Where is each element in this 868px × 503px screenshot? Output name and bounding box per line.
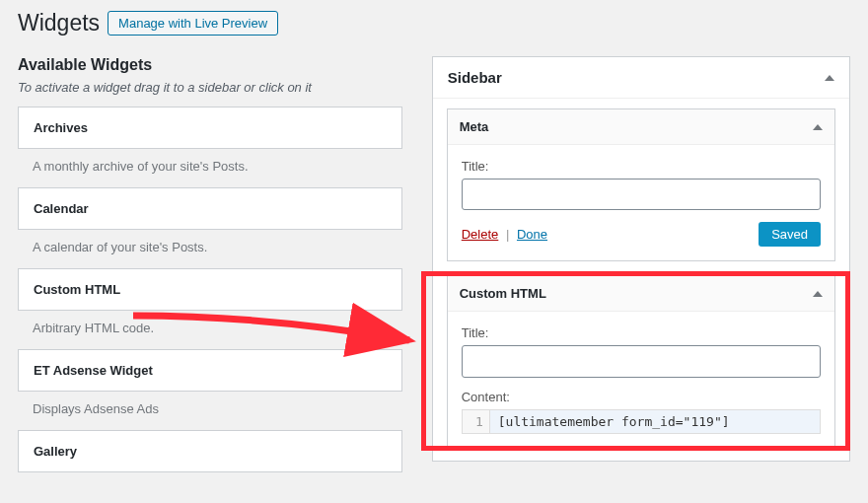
meta-delete-link[interactable]: Delete (462, 227, 499, 242)
available-widget-desc: Displays Adsense Ads (18, 392, 402, 430)
sidebar-area: Sidebar Meta Title: Delete | Done (432, 56, 850, 462)
available-widget-calendar[interactable]: Calendar (18, 187, 402, 230)
available-widget-gallery[interactable]: Gallery (18, 430, 402, 472)
widget-custom-html: Custom HTML Title: Content: 1 [ultimatem… (447, 275, 835, 446)
available-widgets-help: To activate a widget drag it to a sideba… (18, 80, 402, 95)
widget-meta: Meta Title: Delete | Done Saved (447, 108, 835, 261)
available-widgets-heading: Available Widgets (18, 56, 402, 74)
widget-custom-html-header[interactable]: Custom HTML (448, 276, 834, 312)
custom-html-title-label: Title: (462, 325, 821, 340)
collapse-icon (825, 75, 834, 81)
available-widget-desc: Arbitrary HTML code. (18, 311, 402, 349)
sidebar-area-header[interactable]: Sidebar (433, 57, 849, 99)
code-content[interactable]: [ultimatemember form_id="119"] (490, 410, 820, 433)
available-widget-desc: A monthly archive of your site's Posts. (18, 149, 402, 187)
collapse-icon (813, 124, 823, 130)
meta-done-link[interactable]: Done (517, 227, 547, 242)
custom-html-title-input[interactable] (462, 345, 821, 377)
available-widget-et-adsense[interactable]: ET Adsense Widget (18, 349, 402, 392)
separator: | (506, 227, 509, 242)
available-widget-desc: A calendar of your site's Posts. (18, 230, 402, 268)
manage-live-preview-button[interactable]: Manage with Live Preview (108, 11, 278, 36)
meta-title-input[interactable] (462, 179, 821, 210)
available-widget-custom-html[interactable]: Custom HTML (18, 268, 402, 311)
collapse-icon (813, 291, 823, 297)
widget-meta-name: Meta (460, 119, 489, 134)
code-line-number: 1 (463, 410, 490, 433)
sidebar-area-title: Sidebar (448, 69, 502, 86)
page-title: Widgets (18, 10, 100, 36)
custom-html-content-label: Content: (462, 390, 821, 404)
widget-custom-html-name: Custom HTML (460, 286, 546, 301)
available-widget-archives[interactable]: Archives (18, 107, 402, 149)
custom-html-content-editor[interactable]: 1 [ultimatemember form_id="119"] (462, 409, 821, 434)
widget-meta-header[interactable]: Meta (448, 109, 834, 145)
available-widgets-panel: Available Widgets To activate a widget d… (18, 56, 402, 472)
meta-saved-button[interactable]: Saved (759, 222, 821, 247)
meta-title-label: Title: (462, 159, 821, 174)
